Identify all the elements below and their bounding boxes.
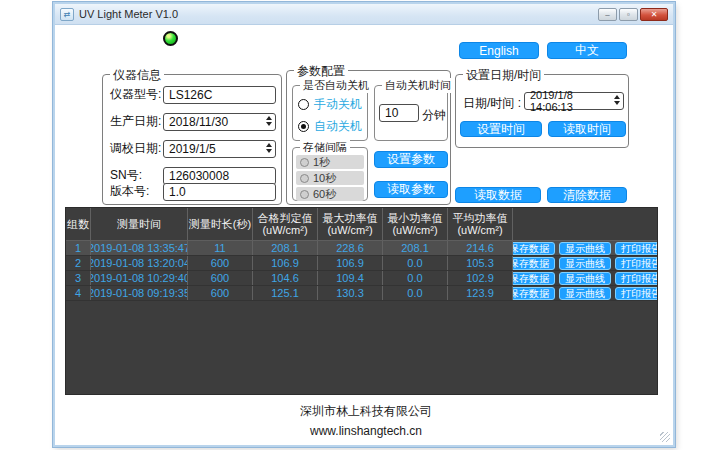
calibration-date-input[interactable]: 2019/1/5	[163, 140, 276, 158]
datetime-group: 设置日期/时间 日期/时间 : 2019/1/8 14:06:13 设置时间 读…	[455, 74, 629, 148]
spinner-icon[interactable]	[614, 95, 620, 105]
version-label: 版本号:	[110, 183, 149, 200]
sn-label: SN号:	[110, 167, 142, 184]
datetime-label: 日期/时间 :	[463, 95, 521, 112]
spinner-icon[interactable]	[266, 143, 272, 153]
calibration-date-label: 调校日期:	[110, 140, 161, 157]
auto-off-option[interactable]: 自动关机	[298, 118, 362, 135]
close-button[interactable]: ✕	[640, 8, 668, 21]
production-date-input[interactable]: 2018/11/30	[163, 113, 276, 131]
title-bar[interactable]: ⇄ UV Light Meter V1.0 – ▫ ✕	[55, 4, 673, 25]
power-off-mode-title: 是否自动关机	[300, 78, 372, 93]
print-report-button[interactable]: 打印报告	[615, 257, 657, 270]
resize-grip[interactable]	[660, 432, 670, 442]
save-data-button[interactable]: 保存数据	[513, 242, 555, 255]
print-report-button[interactable]: 打印报告	[615, 287, 657, 300]
save-data-button[interactable]: 保存数据	[513, 287, 555, 300]
device-info-group: 仪器信息 仪器型号: LS126C 生产日期: 2018/11/30 调校日期:…	[102, 74, 282, 205]
radio-disabled-icon	[300, 174, 309, 183]
interval-10s-option: 10秒	[296, 171, 364, 185]
radio-checked-icon[interactable]	[298, 121, 309, 132]
production-date-label: 生产日期:	[110, 113, 161, 130]
show-curve-button[interactable]: 显示曲线	[559, 287, 611, 300]
table-row[interactable]: 4 2019-01-08 09:19:35 600 125.1 130.3 0.…	[66, 286, 657, 301]
manual-off-option[interactable]: 手动关机	[298, 96, 362, 113]
sn-input[interactable]: 126030008	[163, 167, 276, 185]
param-config-group: 参数配置 是否自动关机 手动关机 自动关机 自动关机时间 10 分钟 存储间隔	[286, 70, 451, 205]
app-window: ⇄ UV Light Meter V1.0 – ▫ ✕ English 中文 仪…	[53, 2, 675, 447]
print-report-button[interactable]: 打印报告	[615, 242, 657, 255]
window-title: UV Light Meter V1.0	[79, 8, 178, 20]
datetime-input[interactable]: 2019/1/8 14:06:13	[524, 92, 624, 110]
show-curve-button[interactable]: 显示曲线	[559, 257, 611, 270]
website-url: www.linshangtech.cn	[55, 424, 677, 438]
set-time-button[interactable]: 设置时间	[460, 121, 542, 137]
save-data-button[interactable]: 保存数据	[513, 272, 555, 285]
table-header-row: 组数 测量时间 测量时长(秒) 合格判定值(uW/cm²) 最大功率值(uW/c…	[66, 208, 657, 241]
measurement-table: 组数 测量时间 测量时长(秒) 合格判定值(uW/cm²) 最大功率值(uW/c…	[65, 207, 658, 395]
connection-status-led	[163, 31, 178, 46]
power-off-mode-group: 是否自动关机 手动关机 自动关机	[292, 85, 368, 141]
datetime-group-title: 设置日期/时间	[463, 67, 544, 84]
interval-1s-option: 1秒	[296, 155, 364, 169]
radio-disabled-icon	[300, 190, 309, 199]
auto-off-time-input[interactable]: 10	[379, 104, 419, 122]
device-info-group-title: 仪器信息	[110, 67, 164, 84]
show-curve-button[interactable]: 显示曲线	[559, 242, 611, 255]
app-icon: ⇄	[60, 8, 74, 21]
chinese-button[interactable]: 中文	[547, 42, 627, 59]
set-params-button[interactable]: 设置参数	[374, 151, 448, 168]
auto-off-time-title: 自动关机时间	[382, 78, 454, 93]
maximize-button[interactable]: ▫	[619, 8, 638, 21]
radio-icon[interactable]	[298, 99, 309, 110]
interval-60s-option: 60秒	[296, 187, 364, 201]
model-input[interactable]: LS126C	[163, 86, 276, 104]
show-curve-button[interactable]: 显示曲线	[559, 272, 611, 285]
english-button[interactable]: English	[459, 42, 539, 59]
clear-data-button[interactable]: 清除数据	[547, 187, 627, 203]
company-name: 深圳市林上科技有限公司	[55, 403, 677, 420]
read-time-button[interactable]: 读取时间	[548, 121, 626, 137]
minutes-label: 分钟	[422, 107, 446, 124]
table-row[interactable]: 1 2019-01-08 13:35:47 11 208.1 228.6 208…	[66, 241, 657, 256]
radio-disabled-icon	[300, 158, 309, 167]
read-params-button[interactable]: 读取参数	[374, 181, 448, 198]
print-report-button[interactable]: 打印报告	[615, 272, 657, 285]
save-data-button[interactable]: 保存数据	[513, 257, 555, 270]
table-row[interactable]: 2 2019-01-08 13:20:04 600 106.9 106.9 0.…	[66, 256, 657, 271]
storage-interval-title: 存储间隔	[300, 140, 350, 155]
table-row[interactable]: 3 2019-01-08 10:29:40 600 104.6 109.4 0.…	[66, 271, 657, 286]
minimize-button[interactable]: –	[598, 8, 617, 21]
auto-off-time-group: 自动关机时间 10 分钟	[374, 85, 448, 141]
model-label: 仪器型号:	[110, 86, 161, 103]
version-input[interactable]: 1.0	[163, 183, 276, 201]
spinner-icon[interactable]	[266, 116, 272, 126]
storage-interval-group: 存储间隔 1秒 10秒 60秒	[292, 147, 368, 201]
read-data-button[interactable]: 读取数据	[455, 187, 541, 203]
